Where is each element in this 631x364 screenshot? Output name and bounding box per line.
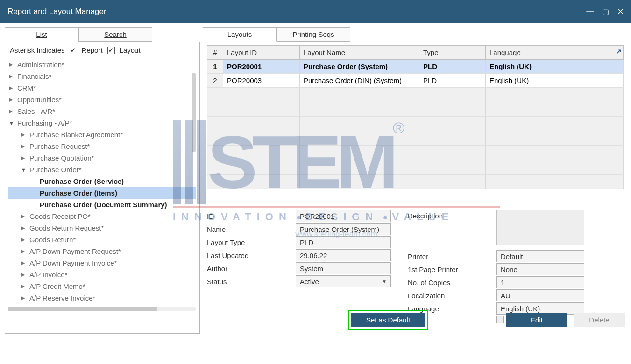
layout-type-label: Layout Type (207, 237, 296, 248)
name-field[interactable]: Purchase Order (System) (296, 223, 391, 235)
table-row-empty (207, 131, 624, 146)
tree-purchase-request[interactable]: ▶Purchase Request* (8, 140, 196, 152)
printer-label: Printer (408, 251, 496, 262)
tree-hscroll[interactable] (8, 307, 196, 311)
description-field[interactable] (496, 210, 584, 245)
report-checkbox[interactable]: ✓ (70, 47, 77, 54)
tree-apcm[interactable]: ▶A/P Credit Memo* (8, 280, 196, 292)
tree-sales[interactable]: ▶Sales - A/R* (8, 105, 196, 117)
set-as-default-button[interactable]: Set as Default (351, 313, 425, 327)
report-label: Report (82, 46, 103, 54)
tree-grpo[interactable]: ▶Goods Receipt PO* (8, 210, 196, 222)
col-layout-id[interactable]: Layout ID (223, 46, 300, 59)
col-language[interactable]: Language (486, 46, 624, 59)
table-row-empty (207, 175, 624, 189)
tree-financials[interactable]: ▶Financials* (8, 70, 196, 82)
status-dropdown[interactable]: Active (296, 275, 391, 287)
tree-pba[interactable]: ▶Purchase Blanket Agreement* (8, 129, 196, 140)
table-row-empty (207, 117, 624, 131)
layout-label: Layout (120, 46, 141, 54)
titlebar: Report and Layout Manager — ▢ × (0, 0, 631, 23)
first-page-printer-field[interactable]: None (496, 263, 584, 275)
table-row[interactable]: 2 POR20003 Purchase Order (DIN) (System)… (207, 74, 624, 88)
localization-field[interactable]: AU (496, 289, 584, 301)
tree-apdpi[interactable]: ▶A/P Down Payment Invoice* (8, 257, 196, 269)
author-label: Author (207, 263, 296, 274)
table-row-empty (207, 102, 624, 117)
id-label: ID (207, 210, 296, 222)
col-index[interactable]: # (207, 46, 223, 59)
set-default-highlight: Set as Default (348, 310, 428, 330)
tree-apdpr[interactable]: ▶A/P Down Payment Request* (8, 245, 196, 257)
author-field[interactable]: System (296, 262, 391, 274)
name-label: Name (207, 224, 296, 235)
layout-type-field[interactable]: PLD (296, 236, 391, 248)
first-page-printer-label: 1st Page Printer (408, 264, 496, 275)
minimize-icon[interactable]: — (586, 7, 594, 16)
last-updated-field[interactable]: 29.06.22 (296, 249, 391, 261)
delete-button[interactable]: Delete (574, 313, 625, 327)
table-row[interactable]: 1 POR20001 Purchase Order (System) PLD E… (207, 60, 624, 74)
tree-purchase-order[interactable]: ▼Purchase Order* (8, 164, 196, 175)
popout-icon[interactable]: ↗ (616, 48, 622, 55)
col-type[interactable]: Type (419, 46, 486, 59)
layout-checkbox[interactable]: ✓ (107, 47, 115, 54)
tree-purchase-quotation[interactable]: ▶Purchase Quotation* (8, 152, 196, 164)
maximize-icon[interactable]: ▢ (602, 7, 609, 16)
edit-button[interactable]: Edit (506, 313, 567, 327)
last-updated-label: Last Updated (207, 250, 296, 261)
table-row-empty (207, 146, 624, 160)
tree-po-service[interactable]: Purchase Order (Service) (8, 175, 196, 187)
tree-po-items[interactable]: Purchase Order (Items) (8, 187, 196, 199)
copies-label: No. of Copies (408, 277, 496, 288)
tree-grr[interactable]: ▶Goods Return Request* (8, 222, 196, 234)
table-row-empty (207, 160, 624, 175)
tree-scrollbar[interactable] (192, 73, 196, 152)
tree-administration[interactable]: ▶Administration* (8, 59, 196, 70)
localization-label: Localization (408, 290, 496, 301)
close-icon[interactable]: × (617, 6, 624, 18)
printer-field[interactable]: Default (496, 250, 584, 262)
id-field[interactable]: POR20001 (296, 210, 391, 222)
tab-printing-seqs[interactable]: Printing Seqs (277, 27, 350, 42)
tab-list[interactable]: List (5, 27, 78, 42)
tree-gr[interactable]: ▶Goods Return* (8, 234, 196, 245)
tab-layouts[interactable]: Layouts (203, 27, 277, 42)
col-layout-name[interactable]: Layout Name (300, 46, 419, 59)
window-title: Report and Layout Manager (7, 7, 106, 16)
tree-po-docsummary[interactable]: Purchase Order (Document Summary) (8, 199, 196, 210)
tree-purchasing[interactable]: ▼Purchasing - A/P* (8, 117, 196, 129)
asterisk-label: Asterisk Indicates (10, 46, 65, 54)
status-label: Status (207, 276, 296, 287)
description-label: Description (408, 210, 496, 222)
layouts-grid: # Layout ID Layout Name Type Language ↗ … (207, 45, 624, 189)
table-row-empty (207, 88, 624, 102)
tree-opportunities[interactable]: ▶Opportunities* (8, 94, 196, 105)
copies-field[interactable]: 1 (496, 276, 584, 288)
tree-crm[interactable]: ▶CRM* (8, 82, 196, 94)
tab-search[interactable]: Search (78, 27, 152, 42)
tree-apinv[interactable]: ▶A/P Invoice* (8, 269, 196, 280)
report-tree: ▶Administration* ▶Financials* ▶CRM* ▶Opp… (8, 59, 196, 329)
tree-aprinv[interactable]: ▶A/P Reserve Invoice* (8, 292, 196, 304)
